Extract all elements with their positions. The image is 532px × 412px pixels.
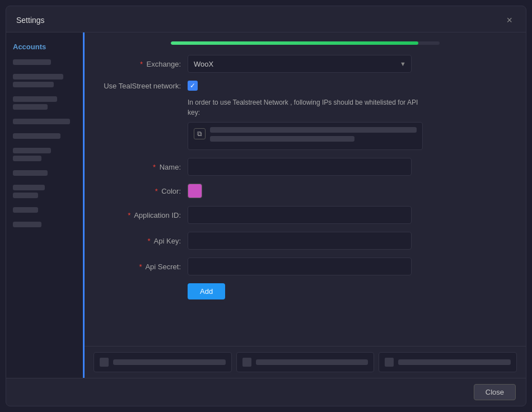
bottom-item-text-2 <box>256 359 368 365</box>
sidebar-item-bar <box>13 148 51 153</box>
exchange-row: * Exchange: WooX Binance Bybit OKX ▼ <box>98 55 512 73</box>
sidebar-item-bar <box>13 193 38 198</box>
form-scroll-area: * Exchange: WooX Binance Bybit OKX ▼ <box>85 32 526 346</box>
bottom-item-3[interactable] <box>379 352 517 372</box>
api-secret-row: * Api Secret: <box>98 258 512 275</box>
progress-bar-container <box>171 41 440 45</box>
sidebar-item-bar <box>13 222 41 227</box>
ip-line-1 <box>210 127 417 133</box>
name-input[interactable] <box>188 158 412 176</box>
exchange-select-wrapper: WooX Binance Bybit OKX ▼ <box>188 55 412 73</box>
copy-icon-button[interactable]: ⧉ <box>194 128 206 139</box>
sidebar-section-label: Accounts <box>6 38 83 54</box>
sidebar: Accounts <box>6 32 85 378</box>
footer-close-button[interactable]: Close <box>474 384 516 400</box>
color-row: * Color: <box>98 184 512 198</box>
modal-footer: Close <box>6 378 526 406</box>
ip-info-content: In order to use Tealstreet Network , fol… <box>188 97 423 150</box>
sidebar-item-6[interactable] <box>6 144 83 165</box>
required-star: * <box>140 60 143 68</box>
exchange-select[interactable]: WooX Binance Bybit OKX <box>188 55 412 73</box>
name-label: * Name: <box>98 163 188 171</box>
add-button-row: Add <box>98 283 512 299</box>
modal-header: Settings × <box>6 6 526 32</box>
required-star: * <box>148 237 151 245</box>
sidebar-item-bar <box>13 74 63 79</box>
sidebar-item-10[interactable] <box>6 218 83 231</box>
tealstreet-row: Use TealStreet network: ✓ <box>98 81 512 91</box>
sidebar-item-4[interactable] <box>6 115 83 128</box>
tealstreet-checkbox[interactable]: ✓ <box>188 81 198 91</box>
sidebar-item-5[interactable] <box>6 129 83 143</box>
sidebar-item-bar <box>13 96 57 102</box>
sidebar-item-3[interactable] <box>6 92 83 114</box>
sidebar-item-7[interactable] <box>6 166 83 180</box>
ip-line-2 <box>210 136 354 142</box>
api-key-row: * Api Key: <box>98 232 512 250</box>
settings-modal: Settings × Accounts <box>6 6 526 406</box>
app-id-label: * Application ID: <box>98 211 188 219</box>
main-content: * Exchange: WooX Binance Bybit OKX ▼ <box>85 32 526 378</box>
sidebar-item-bar <box>13 170 48 176</box>
bottom-item-text-1 <box>113 359 226 365</box>
api-secret-label: * Api Secret: <box>98 263 188 271</box>
bottom-item-icon-3 <box>385 358 394 367</box>
sidebar-item-2[interactable] <box>6 70 83 91</box>
sidebar-item-bar <box>13 82 54 87</box>
bottom-item-1[interactable] <box>94 352 232 372</box>
bottom-item-icon-2 <box>242 358 251 367</box>
required-star: * <box>153 163 156 171</box>
api-key-label: * Api Key: <box>98 237 188 245</box>
sidebar-item-bar <box>13 119 70 124</box>
sidebar-item-bar <box>13 185 45 190</box>
bottom-bar <box>85 346 526 378</box>
bottom-item-text-3 <box>398 359 511 365</box>
header-close-button[interactable]: × <box>503 14 516 26</box>
api-key-input[interactable] <box>188 232 412 250</box>
exchange-label: * Exchange: <box>98 60 188 68</box>
required-star: * <box>155 187 158 195</box>
bottom-item-2[interactable] <box>236 352 375 372</box>
sidebar-item-bar <box>13 59 51 65</box>
required-star: * <box>139 263 142 271</box>
app-id-row: * Application ID: <box>98 206 512 224</box>
sidebar-item-bar <box>13 156 41 161</box>
checkmark-icon: ✓ <box>190 82 195 89</box>
sidebar-item-bar <box>13 207 38 213</box>
color-swatch[interactable] <box>188 184 202 198</box>
progress-area <box>98 41 512 45</box>
ip-info-area: In order to use Tealstreet Network , fol… <box>98 97 512 150</box>
progress-bar-fill <box>171 41 418 45</box>
add-button[interactable]: Add <box>188 283 225 299</box>
modal-overlay: Settings × Accounts <box>0 0 532 412</box>
sidebar-item-9[interactable] <box>6 203 83 217</box>
sidebar-item-bar <box>13 133 60 139</box>
app-id-input[interactable] <box>188 206 412 224</box>
name-row: * Name: <box>98 158 512 176</box>
sidebar-item-bar <box>13 104 48 110</box>
modal-title: Settings <box>16 16 45 25</box>
ip-info-text: In order to use Tealstreet Network , fol… <box>188 97 423 118</box>
modal-body: Accounts <box>6 32 526 378</box>
sidebar-item-1[interactable] <box>6 55 83 69</box>
sidebar-item-8[interactable] <box>6 181 83 202</box>
required-star: * <box>128 211 130 219</box>
ip-text-blurred <box>210 127 417 145</box>
bottom-item-icon-1 <box>100 358 109 367</box>
tealstreet-label: Use TealStreet network: <box>98 82 188 90</box>
color-label: * Color: <box>98 187 188 195</box>
ip-copy-row: ⧉ <box>188 122 423 150</box>
api-secret-input[interactable] <box>188 258 412 275</box>
